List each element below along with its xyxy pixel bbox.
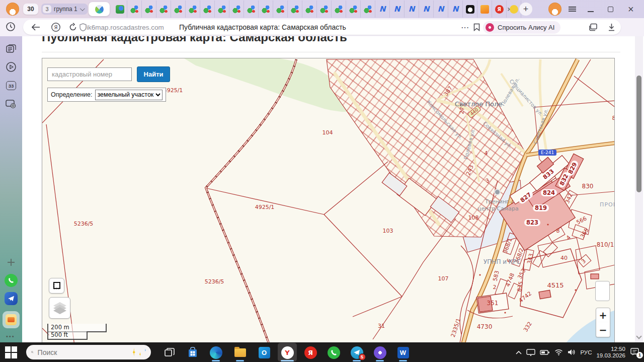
cadastral-number-input[interactable] [47, 67, 132, 81]
map-label: 351 [487, 300, 499, 307]
speaker-icon[interactable] [568, 349, 576, 355]
tab-favicon[interactable] [229, 1, 244, 18]
tab-favicon[interactable] [317, 1, 332, 18]
tab-favicon[interactable] [419, 1, 434, 18]
tab-favicon[interactable] [346, 1, 361, 18]
tab-favicon[interactable] [244, 1, 259, 18]
history-clock-icon[interactable] [5, 21, 16, 32]
add-panel-icon[interactable] [6, 257, 17, 268]
tab-favicon[interactable] [492, 1, 507, 18]
notification-center-icon[interactable]: 1 [630, 347, 641, 357]
back-arrow-icon[interactable] [30, 22, 41, 33]
extent-tool-button[interactable] [49, 278, 64, 294]
telegram-sidebar-icon[interactable] [5, 292, 18, 305]
telegram-icon[interactable]: 5 [350, 346, 363, 359]
edge-icon[interactable] [209, 346, 222, 359]
window-minimize-button[interactable] [588, 11, 594, 12]
definition-label: Определение: [51, 91, 93, 98]
microsoft-store-icon[interactable] [186, 346, 199, 359]
clock[interactable]: 12:50 19.03.2026 [596, 346, 625, 359]
tab-favicon[interactable] [463, 1, 477, 18]
tab-favicon[interactable] [390, 1, 405, 18]
more-options-icon[interactable]: ··· [460, 22, 471, 33]
cadastral-map[interactable]: 4925/11044925/15236/55236/51031073110823… [42, 58, 615, 342]
hidden-icons-chevron[interactable] [516, 350, 522, 354]
map-home-button[interactable] [595, 281, 610, 301]
definition-select[interactable]: земельный участок [95, 90, 163, 100]
url-text[interactable]: ik6map.roscadastres.com [87, 24, 164, 31]
wifi-icon[interactable] [554, 349, 563, 355]
user-avatar[interactable] [548, 3, 561, 16]
layers-button[interactable] [49, 297, 70, 319]
tab-favicon[interactable] [477, 1, 492, 18]
tab-favicon[interactable] [142, 1, 156, 18]
file-explorer-icon[interactable] [233, 346, 247, 359]
cast-icon[interactable] [526, 349, 535, 356]
sidebar-more-icon[interactable]: ••• [6, 333, 15, 339]
copilot-sparkle-icon [133, 348, 135, 356]
zoom-in-button[interactable]: + [596, 308, 610, 323]
screenshot-camera-icon[interactable] [6, 99, 17, 110]
yandex-mail-sidebar-icon[interactable] [6, 314, 17, 325]
yandex-search-icon[interactable]: Я [50, 22, 61, 33]
tab-favicon[interactable] [215, 1, 229, 18]
tab-favicon[interactable] [200, 1, 215, 18]
active-tab[interactable] [89, 2, 110, 16]
tab-favicon[interactable] [302, 1, 317, 18]
notes-feed-icon[interactable] [6, 43, 17, 54]
tab-counter[interactable]: 30 [23, 4, 38, 15]
tab-favicon[interactable] [127, 1, 142, 18]
window-close-button[interactable]: × [628, 4, 634, 15]
scrollbar-down-arrow[interactable] [636, 333, 641, 339]
tabs-count-icon[interactable]: 33 [6, 80, 17, 91]
map-label: 107 [438, 275, 449, 282]
reload-icon[interactable] [67, 22, 78, 33]
battery-icon[interactable] [540, 349, 550, 355]
tab-favicon[interactable] [288, 1, 302, 18]
tab-overflow-arrow[interactable]: › [507, 4, 510, 14]
tab-favicon[interactable] [273, 1, 288, 18]
tab-favicon[interactable] [171, 1, 186, 18]
page-content: Публичная кадастровая карта: Самарская о… [22, 36, 635, 342]
running-indicator [212, 360, 220, 361]
browser-menu-icon[interactable] [569, 7, 576, 12]
map-label: 31 [378, 323, 385, 329]
tab-favicon[interactable] [186, 1, 200, 18]
tab-favicon[interactable] [259, 1, 273, 18]
tab-favicon[interactable] [361, 1, 375, 18]
find-button[interactable]: Найти [137, 66, 170, 82]
taskbar-search[interactable] [26, 345, 151, 359]
language-indicator[interactable]: РУС [580, 349, 592, 355]
tab-favicon[interactable] [375, 1, 390, 18]
video-play-icon[interactable] [6, 61, 17, 73]
page-scrollbar[interactable] [635, 36, 643, 342]
download-icon[interactable] [606, 22, 617, 33]
map-label: Тренинг- [485, 198, 511, 205]
scrollbar-thumb[interactable] [636, 76, 641, 192]
tab-favicon[interactable] [113, 1, 127, 18]
tab-favicon[interactable] [332, 1, 346, 18]
collections-icon[interactable] [588, 22, 599, 33]
yandex-icon[interactable]: Я [304, 346, 317, 359]
window-maximize-button[interactable] [608, 7, 613, 12]
tab-group-chip[interactable]: 3 группа 1 [41, 4, 88, 15]
profile-fox-avatar[interactable] [6, 3, 19, 16]
tab-favicon[interactable] [156, 1, 171, 18]
start-button[interactable] [5, 346, 17, 358]
address-bar[interactable]: Я ik6map.roscadastres.com Публичная када… [23, 20, 621, 35]
ask-alice-button[interactable]: Спросить Алису AI [483, 21, 560, 34]
bookmark-icon[interactable] [471, 22, 482, 33]
task-view-button[interactable] [163, 346, 176, 359]
word-icon[interactable]: W [396, 346, 410, 359]
tab-favicon[interactable] [448, 1, 463, 18]
dzen-icon[interactable] [373, 346, 386, 359]
tab-favicon[interactable] [434, 1, 448, 18]
new-tab-button[interactable]: + [519, 3, 532, 16]
tab-favicon[interactable] [405, 1, 419, 18]
yandex-browser-icon[interactable]: Y [281, 346, 294, 359]
taskbar-search-input[interactable] [38, 348, 129, 356]
whatsapp-icon[interactable] [327, 346, 340, 359]
whatsapp-sidebar-icon[interactable] [5, 274, 18, 287]
outlook-icon[interactable]: O [258, 346, 271, 359]
zoom-out-button[interactable]: − [596, 322, 610, 337]
